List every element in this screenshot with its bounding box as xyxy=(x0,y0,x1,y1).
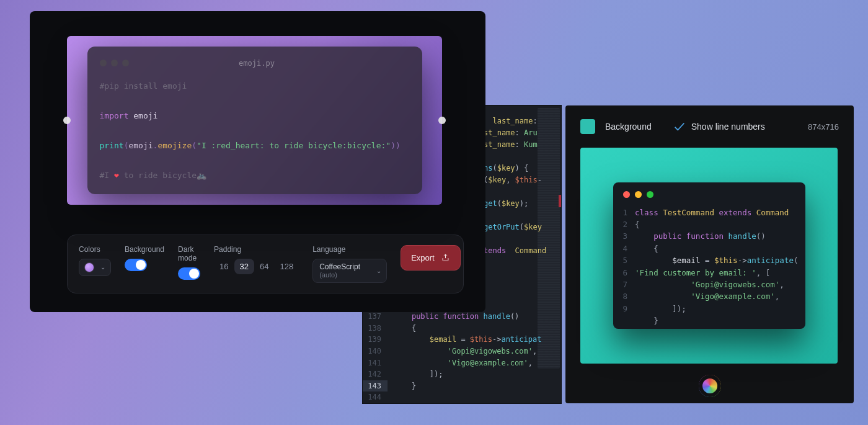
resize-handle-left[interactable] xyxy=(63,117,71,124)
background-toggle[interactable] xyxy=(125,259,147,271)
darkmode-label: Dark mode xyxy=(178,245,200,262)
color-picker[interactable]: ⌄ xyxy=(79,259,111,276)
color-swatch xyxy=(84,262,94,272)
language-select[interactable]: CoffeeScript (auto) ⌄ xyxy=(312,259,387,283)
export-toolbar: Background Show line numbers 874x716 xyxy=(580,119,839,134)
export-canvas[interactable]: emoji.py #pip install emoji import emoji… xyxy=(67,36,442,205)
code-block[interactable]: #pip install emoji import emoji print(em… xyxy=(100,79,410,183)
heart-icon: ❤ xyxy=(114,171,119,180)
chevron-down-icon: ⌄ xyxy=(376,267,381,274)
traffic-lights xyxy=(100,60,129,66)
traffic-light xyxy=(122,60,129,66)
language-label: Language xyxy=(312,245,387,254)
traffic-light xyxy=(100,60,107,66)
padding-label: Padding xyxy=(214,245,299,254)
padding-option[interactable]: 32 xyxy=(234,259,254,274)
background-label: Background xyxy=(125,245,164,254)
traffic-light-close xyxy=(623,191,630,198)
padding-option[interactable]: 128 xyxy=(274,259,299,274)
line-numbers: 123456789 xyxy=(623,207,628,327)
background-label: Background xyxy=(605,122,652,132)
darkmode-toggle[interactable] xyxy=(178,267,200,280)
padding-option[interactable]: 64 xyxy=(254,259,274,274)
background-color-picker[interactable] xyxy=(580,119,595,134)
export-toolbar: Colors ⌄ Background Dark mode Padding 16… xyxy=(67,235,464,293)
color-wheel-icon[interactable] xyxy=(699,375,721,397)
share-icon xyxy=(441,253,450,262)
padding-segmented[interactable]: 163264128 xyxy=(214,259,299,274)
export-canvas[interactable]: 123456789 class TestCommand extends Comm… xyxy=(580,148,838,364)
resize-handle-right[interactable] xyxy=(438,117,446,124)
code-lines: class TestCommand extends Command{ publi… xyxy=(635,207,798,327)
bicycle-icon: 🚲 xyxy=(197,171,206,180)
code-block[interactable]: 123456789 class TestCommand extends Comm… xyxy=(623,207,795,327)
editor-lower: 136137138139140141142143144 { public fun… xyxy=(363,300,561,403)
editor-top-lines: last_name:st_name: Arust_name: Kum ns($k… xyxy=(484,115,536,256)
colors-label: Colors xyxy=(79,245,111,254)
code-card: 123456789 class TestCommand extends Comm… xyxy=(613,182,805,329)
code-image-export-app-alt: Background Show line numbers 874x716 123… xyxy=(565,105,854,403)
check-icon xyxy=(673,120,686,133)
show-line-numbers-checkbox[interactable]: Show line numbers xyxy=(673,120,765,133)
traffic-light xyxy=(111,60,118,66)
traffic-light-max xyxy=(647,191,653,198)
export-button[interactable]: Export xyxy=(401,245,461,271)
chevron-down-icon: ⌄ xyxy=(100,264,105,271)
editor-lower-code: { public function handle() { $email = $t… xyxy=(388,300,561,403)
dimensions-label: 874x716 xyxy=(808,122,839,132)
filename-label[interactable]: emoji.py xyxy=(239,56,275,70)
traffic-light-min xyxy=(635,191,642,198)
code-image-export-app: emoji.py #pip install emoji import emoji… xyxy=(30,11,485,312)
code-card: emoji.py #pip install emoji import emoji… xyxy=(87,47,422,195)
traffic-lights xyxy=(623,191,795,198)
padding-option[interactable]: 16 xyxy=(214,259,234,274)
gutter: 136137138139140141142143144 xyxy=(363,300,388,403)
